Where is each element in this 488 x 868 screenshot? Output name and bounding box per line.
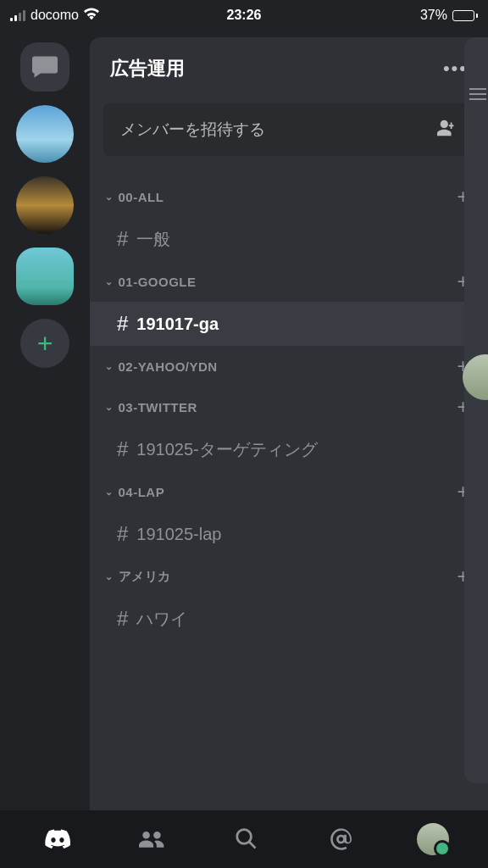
channel-name: 191017-ga: [136, 314, 219, 334]
channel-item[interactable]: #191025-lap: [100, 512, 478, 556]
direct-messages-button[interactable]: [20, 42, 69, 92]
hamburger-icon[interactable]: [469, 88, 486, 100]
channel-item[interactable]: #191017-ga: [90, 302, 488, 346]
nav-mentions-icon[interactable]: [323, 821, 360, 858]
category-name: 04-LAP: [119, 485, 165, 499]
bottom-nav: [0, 810, 488, 868]
status-left: docomo: [10, 8, 99, 23]
category-header[interactable]: ⌄00-ALL+: [100, 176, 478, 217]
hash-icon: #: [117, 227, 128, 251]
channel-name: 191025-lap: [136, 525, 221, 544]
channel-item[interactable]: #一般: [100, 217, 478, 261]
server-avatar-3[interactable]: [16, 248, 74, 305]
category: ⌄00-ALL+#一般: [90, 176, 488, 261]
server-avatar-1[interactable]: [16, 105, 74, 163]
status-bar: docomo 23:26 37%: [0, 0, 488, 31]
chevron-down-icon: ⌄: [105, 276, 114, 287]
nav-user-avatar[interactable]: [417, 823, 449, 855]
add-server-button[interactable]: +: [20, 319, 69, 368]
category-name: アメリカ: [119, 569, 171, 585]
category-header[interactable]: ⌄02-YAHOO/YDN+: [100, 346, 478, 387]
chevron-down-icon: ⌄: [105, 571, 114, 582]
chevron-down-icon: ⌄: [105, 361, 114, 372]
category: ⌄01-GOOGLE+#191017-ga: [90, 261, 488, 346]
hash-icon: #: [117, 607, 128, 631]
channel-list[interactable]: ⌄00-ALL+#一般⌄01-GOOGLE+#191017-ga⌄02-YAHO…: [90, 176, 488, 810]
category-header[interactable]: ⌄03-TWITTER+: [100, 387, 478, 427]
category: ⌄アメリカ+#ハワイ: [90, 556, 488, 641]
category: ⌄02-YAHOO/YDN+: [90, 346, 488, 387]
hash-icon: #: [117, 522, 128, 546]
channel-name: 一般: [136, 228, 170, 251]
channel-panel: 広告運用 ••• メンバーを招待する ⌄00-ALL+#一般⌄01-GOOGLE…: [90, 37, 488, 810]
category-name: 03-TWITTER: [119, 400, 197, 415]
wifi-icon: [84, 8, 99, 23]
chevron-down-icon: ⌄: [105, 487, 114, 498]
chevron-down-icon: ⌄: [105, 192, 114, 203]
category-name: 00-ALL: [119, 190, 164, 204]
category-name: 02-YAHOO/YDN: [119, 359, 218, 374]
panel-header[interactable]: 広告運用 •••: [90, 37, 488, 100]
signal-icon: [10, 10, 25, 21]
channel-name: ハワイ: [136, 608, 187, 631]
hash-icon: #: [117, 312, 128, 336]
add-user-icon: [437, 120, 458, 140]
category: ⌄03-TWITTER+#191025-ターゲティング: [90, 387, 488, 471]
status-right: 37%: [420, 8, 478, 23]
channel-name: 191025-ターゲティング: [136, 438, 317, 461]
server-name: 広告運用: [110, 56, 185, 81]
battery-icon: [452, 10, 478, 21]
category-header[interactable]: ⌄アメリカ+: [100, 556, 478, 597]
server-rail: +: [0, 31, 90, 810]
invite-button[interactable]: メンバーを招待する: [103, 103, 474, 156]
channel-item[interactable]: #191025-ターゲティング: [100, 427, 478, 471]
nav-search-icon[interactable]: [228, 821, 265, 858]
category-header[interactable]: ⌄04-LAP+: [100, 471, 478, 512]
nav-friends-icon[interactable]: [133, 821, 170, 858]
carrier-label: docomo: [30, 8, 79, 23]
server-avatar-2[interactable]: [16, 176, 74, 234]
category-header[interactable]: ⌄01-GOOGLE+: [100, 261, 478, 302]
peek-avatar: [463, 354, 488, 400]
clock: 23:26: [227, 8, 262, 23]
nav-discord-icon[interactable]: [39, 821, 76, 858]
chevron-down-icon: ⌄: [105, 402, 114, 413]
battery-percent: 37%: [420, 8, 447, 23]
right-panel-sliver[interactable]: [464, 37, 488, 783]
category-name: 01-GOOGLE: [119, 275, 197, 289]
invite-label: メンバーを招待する: [120, 119, 265, 141]
hash-icon: #: [117, 437, 128, 461]
category: ⌄04-LAP+#191025-lap: [90, 471, 488, 556]
channel-item[interactable]: #ハワイ: [100, 597, 478, 641]
